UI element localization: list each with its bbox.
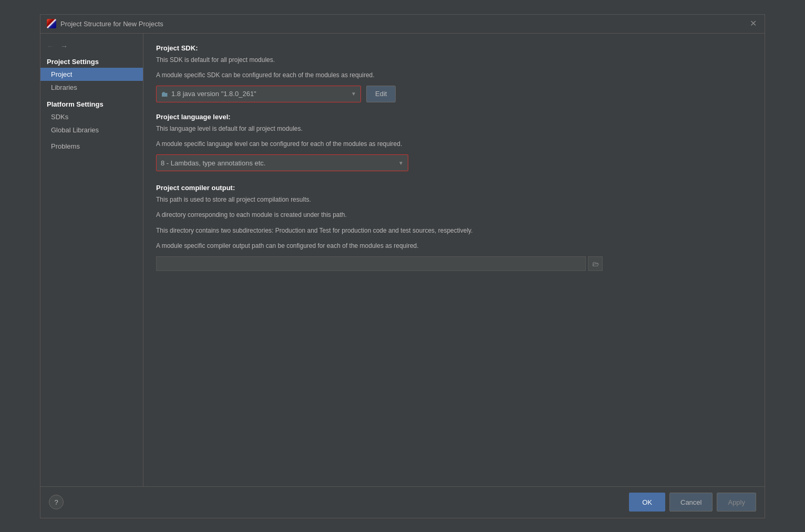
cancel-button[interactable]: Cancel (669, 493, 713, 512)
dialog-footer: ? OK Cancel Apply (40, 486, 765, 518)
sdk-dropdown-arrow: ▼ (351, 91, 356, 97)
language-desc1: This language level is default for all p… (156, 124, 752, 134)
footer-left: ? (49, 495, 64, 509)
compiler-title: Project compiler output: (156, 184, 603, 192)
apply-button[interactable]: Apply (717, 493, 756, 512)
language-title: Project language level: (156, 113, 752, 121)
app-icon (47, 19, 56, 28)
sdk-title: Project SDK: (156, 44, 752, 52)
language-select[interactable]: 8 - Lambdas, type annotations etc. (161, 159, 398, 167)
compiler-output-row: 🗁 (156, 256, 603, 271)
dialog-body: ← → Project Settings Project Libraries P… (40, 34, 765, 486)
compiler-output-section: Project compiler output: This path is us… (156, 184, 603, 271)
help-button[interactable]: ? (49, 495, 64, 509)
back-arrow[interactable]: ← (45, 41, 56, 51)
nav-back-forward: ← → (40, 38, 143, 55)
sdk-row: 🖿 1.8 java version "1.8.0_261" ▼ Edit (156, 86, 752, 102)
sidebar-item-libraries[interactable]: Libraries (40, 81, 143, 94)
sidebar: ← → Project Settings Project Libraries P… (40, 34, 143, 486)
language-section: Project language level: This language le… (156, 113, 752, 171)
sdk-folder-icon: 🖿 (161, 90, 168, 98)
sdk-section: Project SDK: This SDK is default for all… (156, 44, 752, 102)
sidebar-item-global-libraries[interactable]: Global Libraries (40, 123, 143, 137)
edit-sdk-button[interactable]: Edit (366, 86, 396, 102)
folder-icon: 🗁 (592, 260, 599, 268)
project-settings-header: Project Settings (40, 55, 143, 68)
dialog-title: Project Structure for New Projects (60, 20, 163, 28)
sdk-select-wrapper[interactable]: 🖿 1.8 java version "1.8.0_261" ▼ (156, 86, 361, 102)
sdk-desc2: A module specific SDK can be configured … (156, 70, 752, 80)
language-desc2: A module specific language level can be … (156, 139, 752, 149)
sidebar-item-project[interactable]: Project (40, 68, 143, 81)
sidebar-item-problems[interactable]: Problems (40, 140, 143, 153)
sdk-desc1: This SDK is default for all project modu… (156, 55, 752, 65)
sidebar-item-sdks[interactable]: SDKs (40, 110, 143, 123)
main-content: Project SDK: This SDK is default for all… (143, 34, 765, 486)
compiler-desc3: This directory contains two subdirectori… (156, 226, 603, 236)
sdk-select[interactable]: 1.8 java version "1.8.0_261" (171, 90, 348, 98)
close-button[interactable]: ✕ (748, 18, 758, 29)
language-dropdown-arrow: ▼ (398, 160, 404, 166)
title-bar-left: Project Structure for New Projects (47, 19, 163, 28)
compiler-desc1: This path is used to store all project c… (156, 195, 603, 205)
compiler-desc2: A directory corresponding to each module… (156, 210, 603, 220)
compiler-desc4: A module specific compiler output path c… (156, 241, 603, 251)
footer-right: OK Cancel Apply (629, 493, 756, 512)
project-structure-dialog: Project Structure for New Projects ✕ ← →… (40, 14, 765, 518)
compiler-output-folder-button[interactable]: 🗁 (588, 256, 603, 271)
ok-button[interactable]: OK (629, 493, 665, 512)
compiler-output-input[interactable] (156, 256, 586, 271)
language-select-wrapper[interactable]: 8 - Lambdas, type annotations etc. ▼ (156, 154, 408, 171)
platform-settings-header: Platform Settings (40, 97, 143, 110)
title-bar: Project Structure for New Projects ✕ (40, 15, 765, 34)
forward-arrow[interactable]: → (58, 41, 70, 51)
